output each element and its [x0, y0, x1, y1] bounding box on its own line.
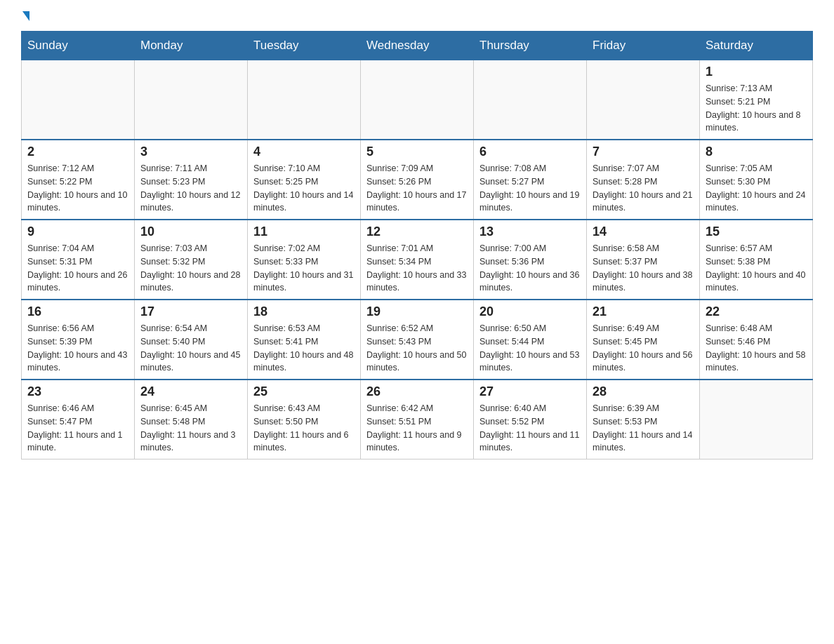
calendar-header-wednesday: Wednesday	[361, 32, 474, 60]
calendar-cell: 7Sunrise: 7:07 AMSunset: 5:28 PMDaylight…	[587, 140, 700, 220]
day-info: Sunrise: 7:05 AMSunset: 5:30 PMDaylight:…	[706, 162, 807, 215]
calendar-cell	[587, 60, 700, 140]
day-info: Sunrise: 7:10 AMSunset: 5:25 PMDaylight:…	[253, 162, 355, 215]
day-info: Sunrise: 6:45 AMSunset: 5:48 PMDaylight:…	[140, 402, 241, 455]
day-info: Sunrise: 6:42 AMSunset: 5:51 PMDaylight:…	[366, 402, 468, 455]
day-number: 6	[479, 145, 581, 159]
calendar-cell: 24Sunrise: 6:45 AMSunset: 5:48 PMDayligh…	[135, 380, 248, 459]
day-info: Sunrise: 7:13 AMSunset: 5:21 PMDaylight:…	[706, 82, 807, 135]
calendar-cell: 9Sunrise: 7:04 AMSunset: 5:31 PMDaylight…	[22, 220, 135, 300]
day-info: Sunrise: 6:52 AMSunset: 5:43 PMDaylight:…	[366, 322, 468, 375]
calendar-cell: 12Sunrise: 7:01 AMSunset: 5:34 PMDayligh…	[361, 220, 474, 300]
day-number: 8	[706, 145, 807, 159]
calendar-cell: 27Sunrise: 6:40 AMSunset: 5:52 PMDayligh…	[474, 380, 587, 459]
day-info: Sunrise: 6:57 AMSunset: 5:38 PMDaylight:…	[706, 242, 807, 295]
calendar-cell: 4Sunrise: 7:10 AMSunset: 5:25 PMDaylight…	[248, 140, 361, 220]
calendar-cell: 8Sunrise: 7:05 AMSunset: 5:30 PMDaylight…	[700, 140, 813, 220]
day-number: 20	[479, 304, 581, 319]
day-number: 22	[706, 304, 807, 319]
calendar-header-row: SundayMondayTuesdayWednesdayThursdayFrid…	[22, 32, 813, 60]
day-number: 15	[706, 224, 807, 239]
day-number: 16	[27, 304, 128, 319]
day-info: Sunrise: 6:56 AMSunset: 5:39 PMDaylight:…	[27, 322, 128, 375]
calendar-header-saturday: Saturday	[700, 32, 813, 60]
day-number: 17	[140, 304, 241, 319]
calendar-cell: 20Sunrise: 6:50 AMSunset: 5:44 PMDayligh…	[474, 300, 587, 380]
day-number: 28	[593, 384, 694, 399]
calendar-cell: 5Sunrise: 7:09 AMSunset: 5:26 PMDaylight…	[361, 140, 474, 220]
day-info: Sunrise: 6:43 AMSunset: 5:50 PMDaylight:…	[253, 402, 355, 455]
calendar-cell: 2Sunrise: 7:12 AMSunset: 5:22 PMDaylight…	[22, 140, 135, 220]
calendar-week-row: 2Sunrise: 7:12 AMSunset: 5:22 PMDaylight…	[22, 140, 813, 220]
calendar-cell: 28Sunrise: 6:39 AMSunset: 5:53 PMDayligh…	[587, 380, 700, 459]
calendar-cell	[700, 380, 813, 459]
day-info: Sunrise: 6:54 AMSunset: 5:40 PMDaylight:…	[140, 322, 241, 375]
day-info: Sunrise: 7:11 AMSunset: 5:23 PMDaylight:…	[140, 162, 241, 215]
calendar-cell	[135, 60, 248, 140]
calendar-cell: 3Sunrise: 7:11 AMSunset: 5:23 PMDaylight…	[135, 140, 248, 220]
day-number: 21	[593, 304, 694, 319]
calendar-cell	[22, 60, 135, 140]
day-info: Sunrise: 7:09 AMSunset: 5:26 PMDaylight:…	[366, 162, 468, 215]
calendar-cell: 25Sunrise: 6:43 AMSunset: 5:50 PMDayligh…	[248, 380, 361, 459]
day-number: 24	[140, 384, 241, 399]
calendar-cell: 16Sunrise: 6:56 AMSunset: 5:39 PMDayligh…	[22, 300, 135, 380]
calendar-cell: 13Sunrise: 7:00 AMSunset: 5:36 PMDayligh…	[474, 220, 587, 300]
calendar-cell: 14Sunrise: 6:58 AMSunset: 5:37 PMDayligh…	[587, 220, 700, 300]
day-number: 25	[253, 384, 355, 399]
day-number: 13	[479, 224, 581, 239]
calendar-cell: 10Sunrise: 7:03 AMSunset: 5:32 PMDayligh…	[135, 220, 248, 300]
calendar-cell	[474, 60, 587, 140]
day-info: Sunrise: 6:50 AMSunset: 5:44 PMDaylight:…	[479, 322, 581, 375]
day-info: Sunrise: 7:07 AMSunset: 5:28 PMDaylight:…	[593, 162, 694, 215]
day-number: 3	[140, 145, 241, 159]
day-info: Sunrise: 6:40 AMSunset: 5:52 PMDaylight:…	[479, 402, 581, 455]
calendar-header-friday: Friday	[587, 32, 700, 60]
calendar-cell: 11Sunrise: 7:02 AMSunset: 5:33 PMDayligh…	[248, 220, 361, 300]
day-info: Sunrise: 6:39 AMSunset: 5:53 PMDaylight:…	[593, 402, 694, 455]
calendar-cell: 26Sunrise: 6:42 AMSunset: 5:51 PMDayligh…	[361, 380, 474, 459]
calendar-header-tuesday: Tuesday	[248, 32, 361, 60]
day-number: 1	[706, 65, 807, 79]
day-number: 2	[27, 145, 128, 159]
day-number: 11	[253, 224, 355, 239]
day-info: Sunrise: 6:48 AMSunset: 5:46 PMDaylight:…	[706, 322, 807, 375]
logo-triangle-icon	[22, 11, 29, 21]
calendar-cell: 17Sunrise: 6:54 AMSunset: 5:40 PMDayligh…	[135, 300, 248, 380]
day-number: 12	[366, 224, 468, 239]
calendar-cell: 6Sunrise: 7:08 AMSunset: 5:27 PMDaylight…	[474, 140, 587, 220]
day-info: Sunrise: 6:53 AMSunset: 5:41 PMDaylight:…	[253, 322, 355, 375]
calendar-week-row: 9Sunrise: 7:04 AMSunset: 5:31 PMDaylight…	[22, 220, 813, 300]
day-number: 9	[27, 224, 128, 239]
calendar-cell: 23Sunrise: 6:46 AMSunset: 5:47 PMDayligh…	[22, 380, 135, 459]
page-header	[21, 14, 813, 24]
day-info: Sunrise: 6:58 AMSunset: 5:37 PMDaylight:…	[593, 242, 694, 295]
day-info: Sunrise: 7:04 AMSunset: 5:31 PMDaylight:…	[27, 242, 128, 295]
calendar-cell: 18Sunrise: 6:53 AMSunset: 5:41 PMDayligh…	[248, 300, 361, 380]
calendar-cell: 22Sunrise: 6:48 AMSunset: 5:46 PMDayligh…	[700, 300, 813, 380]
calendar-cell	[248, 60, 361, 140]
calendar-cell: 21Sunrise: 6:49 AMSunset: 5:45 PMDayligh…	[587, 300, 700, 380]
calendar-header-monday: Monday	[135, 32, 248, 60]
day-info: Sunrise: 6:49 AMSunset: 5:45 PMDaylight:…	[593, 322, 694, 375]
calendar-header-thursday: Thursday	[474, 32, 587, 60]
day-info: Sunrise: 7:02 AMSunset: 5:33 PMDaylight:…	[253, 242, 355, 295]
calendar-week-row: 1Sunrise: 7:13 AMSunset: 5:21 PMDaylight…	[22, 60, 813, 140]
calendar-table: SundayMondayTuesdayWednesdayThursdayFrid…	[21, 31, 813, 459]
day-number: 19	[366, 304, 468, 319]
calendar-cell: 15Sunrise: 6:57 AMSunset: 5:38 PMDayligh…	[700, 220, 813, 300]
day-number: 23	[27, 384, 128, 399]
calendar-cell: 1Sunrise: 7:13 AMSunset: 5:21 PMDaylight…	[700, 60, 813, 140]
day-number: 27	[479, 384, 581, 399]
calendar-cell	[361, 60, 474, 140]
calendar-cell: 19Sunrise: 6:52 AMSunset: 5:43 PMDayligh…	[361, 300, 474, 380]
day-info: Sunrise: 6:46 AMSunset: 5:47 PMDaylight:…	[27, 402, 128, 455]
day-info: Sunrise: 7:08 AMSunset: 5:27 PMDaylight:…	[479, 162, 581, 215]
day-number: 26	[366, 384, 468, 399]
day-number: 4	[253, 145, 355, 159]
day-info: Sunrise: 7:00 AMSunset: 5:36 PMDaylight:…	[479, 242, 581, 295]
day-number: 5	[366, 145, 468, 159]
day-number: 14	[593, 224, 694, 239]
day-number: 7	[593, 145, 694, 159]
day-number: 18	[253, 304, 355, 319]
